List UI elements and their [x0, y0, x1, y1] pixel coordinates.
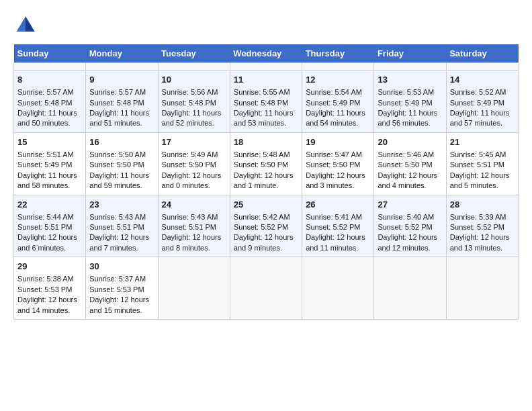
calendar-week-row: [14, 63, 519, 71]
sunset-text: Sunset: 5:52 PM: [450, 222, 515, 232]
daylight-text: Daylight: 11 hours and 59 minutes.: [89, 171, 154, 191]
sunset-text: Sunset: 5:53 PM: [89, 285, 154, 295]
day-number: 21: [450, 136, 515, 148]
day-of-week-header: Saturday: [446, 44, 518, 63]
sunset-text: Sunset: 5:48 PM: [162, 98, 226, 108]
sunset-text: Sunset: 5:49 PM: [378, 98, 442, 108]
day-number: 26: [306, 199, 370, 211]
sunset-text: Sunset: 5:53 PM: [17, 285, 82, 295]
daylight-text: Daylight: 12 hours and 1 minute.: [234, 171, 298, 191]
calendar-cell: 13Sunrise: 5:53 AMSunset: 5:49 PMDayligh…: [374, 71, 446, 133]
sunset-text: Sunset: 5:48 PM: [17, 98, 82, 108]
calendar-cell: [446, 257, 518, 320]
daylight-text: Daylight: 12 hours and 7 minutes.: [89, 232, 154, 253]
calendar-cell: 23Sunrise: 5:43 AMSunset: 5:51 PMDayligh…: [86, 195, 158, 257]
daylight-text: Daylight: 12 hours and 8 minutes.: [162, 232, 226, 253]
sunset-text: Sunset: 5:51 PM: [162, 222, 226, 232]
calendar-cell: 30Sunrise: 5:37 AMSunset: 5:53 PMDayligh…: [86, 257, 158, 320]
sunset-text: Sunset: 5:50 PM: [89, 160, 154, 170]
sunset-text: Sunset: 5:51 PM: [450, 160, 515, 170]
calendar-week-row: 8Sunrise: 5:57 AMSunset: 5:48 PMDaylight…: [14, 71, 519, 133]
sunset-text: Sunset: 5:52 PM: [234, 222, 298, 232]
day-number: 27: [378, 199, 442, 211]
daylight-text: Daylight: 12 hours and 4 minutes.: [378, 171, 442, 191]
sunset-text: Sunset: 5:52 PM: [306, 222, 370, 232]
sunset-text: Sunset: 5:52 PM: [378, 222, 442, 232]
day-number: 19: [306, 136, 370, 148]
daylight-text: Daylight: 12 hours and 15 minutes.: [89, 295, 154, 316]
daylight-text: Daylight: 12 hours and 0 minutes.: [162, 171, 226, 191]
sunrise-text: Sunrise: 5:44 AM: [17, 212, 82, 222]
calendar-cell: 29Sunrise: 5:38 AMSunset: 5:53 PMDayligh…: [14, 257, 86, 320]
day-number: 28: [450, 199, 515, 211]
calendar-cell: [374, 257, 446, 320]
day-number: 11: [234, 74, 298, 86]
sunset-text: Sunset: 5:51 PM: [17, 222, 82, 232]
calendar-cell: 27Sunrise: 5:40 AMSunset: 5:52 PMDayligh…: [374, 195, 446, 257]
day-number: 22: [17, 199, 82, 211]
logo-icon: [13, 13, 38, 38]
sunrise-text: Sunrise: 5:56 AM: [162, 87, 226, 97]
sunrise-text: Sunrise: 5:48 AM: [234, 150, 298, 160]
day-number: 16: [89, 136, 154, 148]
day-of-week-header: Thursday: [302, 44, 374, 63]
calendar-cell: [14, 63, 86, 71]
sunrise-text: Sunrise: 5:54 AM: [306, 87, 370, 97]
sunset-text: Sunset: 5:49 PM: [17, 160, 82, 170]
calendar-cell: 10Sunrise: 5:56 AMSunset: 5:48 PMDayligh…: [158, 71, 230, 133]
daylight-text: Daylight: 11 hours and 56 minutes.: [378, 108, 442, 129]
calendar-week-row: 29Sunrise: 5:38 AMSunset: 5:53 PMDayligh…: [14, 257, 519, 320]
daylight-text: Daylight: 12 hours and 14 minutes.: [17, 295, 82, 316]
day-number: 17: [162, 136, 226, 148]
calendar-cell: [230, 63, 302, 71]
day-number: 23: [89, 199, 154, 211]
daylight-text: Daylight: 11 hours and 51 minutes.: [89, 108, 154, 129]
day-number: 9: [89, 74, 154, 86]
calendar-cell: [302, 257, 374, 320]
calendar-cell: [446, 63, 518, 71]
calendar-cell: 17Sunrise: 5:49 AMSunset: 5:50 PMDayligh…: [158, 132, 230, 195]
calendar-cell: 16Sunrise: 5:50 AMSunset: 5:50 PMDayligh…: [86, 132, 158, 195]
sunrise-text: Sunrise: 5:41 AM: [306, 212, 370, 222]
sunrise-text: Sunrise: 5:47 AM: [306, 150, 370, 160]
sunrise-text: Sunrise: 5:45 AM: [450, 150, 515, 160]
day-number: 24: [162, 199, 226, 211]
calendar-cell: 24Sunrise: 5:43 AMSunset: 5:51 PMDayligh…: [158, 195, 230, 257]
sunrise-text: Sunrise: 5:49 AM: [162, 150, 226, 160]
sunrise-text: Sunrise: 5:39 AM: [450, 212, 515, 222]
day-number: 15: [17, 136, 82, 148]
svg-marker-1: [26, 17, 35, 32]
daylight-text: Daylight: 12 hours and 5 minutes.: [450, 171, 515, 191]
calendar-cell: 20Sunrise: 5:46 AMSunset: 5:50 PMDayligh…: [374, 132, 446, 195]
sunrise-text: Sunrise: 5:43 AM: [89, 212, 154, 222]
day-number: 29: [17, 261, 82, 273]
sunset-text: Sunset: 5:50 PM: [162, 160, 226, 170]
calendar-header: SundayMondayTuesdayWednesdayThursdayFrid…: [14, 44, 519, 63]
calendar-cell: [230, 257, 302, 320]
day-number: 12: [306, 74, 370, 86]
sunset-text: Sunset: 5:49 PM: [450, 98, 515, 108]
sunrise-text: Sunrise: 5:52 AM: [450, 87, 515, 97]
sunrise-text: Sunrise: 5:40 AM: [378, 212, 442, 222]
calendar-cell: [374, 63, 446, 71]
sunrise-text: Sunrise: 5:43 AM: [162, 212, 226, 222]
daylight-text: Daylight: 11 hours and 58 minutes.: [17, 171, 82, 191]
day-of-week-header: Tuesday: [158, 44, 230, 63]
day-number: 20: [378, 136, 442, 148]
daylight-text: Daylight: 12 hours and 3 minutes.: [306, 171, 370, 191]
calendar-cell: 28Sunrise: 5:39 AMSunset: 5:52 PMDayligh…: [446, 195, 518, 257]
calendar-cell: [158, 257, 230, 320]
sunrise-text: Sunrise: 5:57 AM: [89, 87, 154, 97]
sunrise-text: Sunrise: 5:50 AM: [89, 150, 154, 160]
daylight-text: Daylight: 12 hours and 13 minutes.: [450, 232, 515, 253]
calendar-table: SundayMondayTuesdayWednesdayThursdayFrid…: [13, 44, 519, 320]
calendar-cell: 12Sunrise: 5:54 AMSunset: 5:49 PMDayligh…: [302, 71, 374, 133]
calendar-week-row: 22Sunrise: 5:44 AMSunset: 5:51 PMDayligh…: [14, 195, 519, 257]
sunrise-text: Sunrise: 5:57 AM: [17, 87, 82, 97]
day-number: 13: [378, 74, 442, 86]
day-of-week-header: Friday: [374, 44, 446, 63]
calendar-cell: 15Sunrise: 5:51 AMSunset: 5:49 PMDayligh…: [14, 132, 86, 195]
calendar-cell: 18Sunrise: 5:48 AMSunset: 5:50 PMDayligh…: [230, 132, 302, 195]
calendar-cell: 22Sunrise: 5:44 AMSunset: 5:51 PMDayligh…: [14, 195, 86, 257]
calendar-cell: 9Sunrise: 5:57 AMSunset: 5:48 PMDaylight…: [86, 71, 158, 133]
